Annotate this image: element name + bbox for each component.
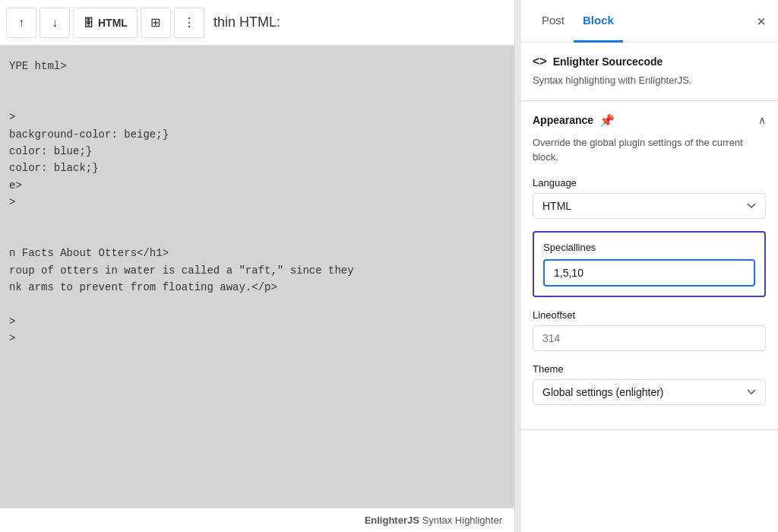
theme-select[interactable]: Global settings (enlighter) Enlighter At… <box>533 379 766 405</box>
html-block-label: HTML <box>98 17 128 29</box>
up-icon: ↑ <box>18 16 24 30</box>
theme-field-group: Theme Global settings (enlighter) Enligh… <box>533 363 766 405</box>
move-up-button[interactable]: ↑ <box>6 8 36 38</box>
theme-label: Theme <box>533 363 766 375</box>
language-field-group: Language HTML CSS JavaScript PHP Python <box>533 177 766 219</box>
block-title-text: thin HTML: <box>213 14 280 30</box>
language-select[interactable]: HTML CSS JavaScript PHP Python <box>533 193 766 219</box>
more-icon: ⋮ <box>183 15 195 30</box>
block-type-title: Enlighter Sourcecode <box>553 55 663 68</box>
speciallines-label: Speciallines <box>543 242 755 253</box>
appearance-description: Override the global plugin settings of t… <box>533 135 766 165</box>
left-panel: ↑ ↓ 🗄 HTML ⊞ ⋮ thin HTML: YPE html> > ba… <box>0 0 515 532</box>
appearance-title: Appearance <box>533 114 593 126</box>
block-info-section: <> Enlighter Sourcecode Syntax highlight… <box>520 43 778 101</box>
appearance-title-row: Appearance 📌 <box>533 113 615 128</box>
code-footer: EnlighterJS Syntax Highlighter <box>0 508 514 532</box>
appearance-section: Appearance 📌 ∧ Override the global plugi… <box>520 101 778 430</box>
lineoffset-label: Lineoffset <box>533 309 766 321</box>
more-options-button[interactable]: ⋮ <box>174 8 204 38</box>
transform-button[interactable]: ⊞ <box>141 8 171 38</box>
html-block-icon: 🗄 <box>83 17 93 29</box>
block-header: <> Enlighter Sourcecode <box>533 55 766 68</box>
lineoffset-field-group: Lineoffset <box>533 309 766 351</box>
appearance-header[interactable]: Appearance 📌 ∧ <box>533 113 766 128</box>
transform-icon: ⊞ <box>150 15 160 30</box>
pin-icon: 📌 <box>599 113 615 128</box>
down-icon: ↓ <box>52 16 58 30</box>
code-content: YPE html> > background-color: beige;} co… <box>9 58 505 347</box>
speciallines-input[interactable] <box>543 259 755 287</box>
speciallines-field-group: Speciallines <box>533 231 766 297</box>
chevron-up-icon: ∧ <box>758 114 766 126</box>
language-label: Language <box>533 177 766 188</box>
code-editor-area[interactable]: YPE html> > background-color: beige;} co… <box>0 46 514 508</box>
tab-block[interactable]: Block <box>574 1 623 43</box>
lineoffset-input[interactable] <box>533 325 766 351</box>
html-block-button[interactable]: 🗄 HTML <box>73 8 138 38</box>
brand-name: EnlighterJS <box>365 515 419 526</box>
tab-post-label: Post <box>542 14 565 27</box>
panel-close-button[interactable]: × <box>757 14 766 29</box>
panel-tab-bar: Post Block × <box>520 0 778 43</box>
right-panel: Post Block × <> Enlighter Sourcecode Syn… <box>520 0 778 532</box>
tab-post[interactable]: Post <box>533 1 574 43</box>
footer-label-text: Syntax Highlighter <box>422 515 503 526</box>
block-type-icon: <> <box>533 55 547 68</box>
move-down-button[interactable]: ↓ <box>40 8 70 38</box>
tab-block-label: Block <box>583 14 614 27</box>
block-description: Syntax highlighting with EnlighterJS. <box>533 73 766 88</box>
toolbar: ↑ ↓ 🗄 HTML ⊞ ⋮ thin HTML: <box>0 0 514 46</box>
